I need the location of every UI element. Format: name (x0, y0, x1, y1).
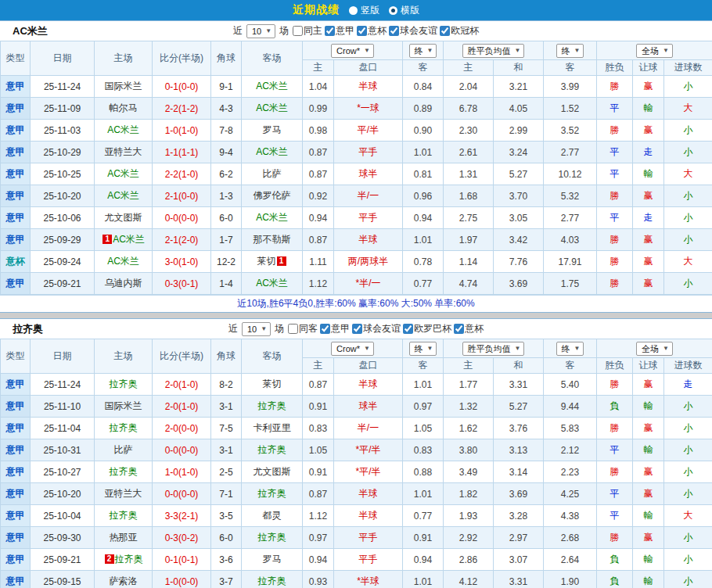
score-cell[interactable]: 2-2(1-2) (153, 98, 211, 120)
match-count-select[interactable]: 10▼ (242, 322, 271, 336)
team-name[interactable]: 罗马 (263, 554, 282, 565)
radio-icon[interactable] (389, 6, 397, 15)
checkbox-input[interactable] (325, 26, 335, 36)
europe-odds-select[interactable]: 胜平负均值▼ (462, 342, 525, 356)
team-name[interactable]: 莱切 (263, 378, 282, 389)
team-name[interactable]: 拉齐奥 (110, 422, 138, 433)
checkbox-input[interactable] (293, 26, 303, 36)
team-name[interactable]: 亚特兰大 (105, 488, 142, 499)
team-name[interactable]: 乌迪内斯 (105, 278, 142, 289)
league-type-cell[interactable]: 意甲 (1, 549, 31, 571)
score-cell[interactable]: 3-3(2-1) (153, 505, 211, 527)
filter-checkbox[interactable]: 意杯 (357, 24, 387, 38)
match-count-select[interactable]: 10▼ (246, 24, 275, 38)
team-name[interactable]: 萨索洛 (110, 575, 138, 586)
team-name[interactable]: 都灵 (263, 510, 282, 521)
team-name[interactable]: 国际米兰 (105, 400, 142, 411)
odds-final-select[interactable]: 终▼ (409, 44, 437, 58)
team-name[interactable]: AC米兰 (107, 256, 139, 267)
checkbox-input[interactable] (403, 324, 413, 334)
layout-option-vertical[interactable]: 竖版 (349, 4, 379, 17)
score-cell[interactable]: 2-2(1-0) (153, 163, 211, 185)
league-type-cell[interactable]: 意甲 (1, 98, 31, 120)
score-cell[interactable]: 1-1(1-1) (153, 142, 211, 163)
league-type-cell[interactable]: 意甲 (1, 185, 31, 207)
filter-checkbox[interactable]: 球会友谊 (389, 24, 437, 38)
score-cell[interactable]: 2-0(0-0) (153, 418, 211, 439)
team-name[interactable]: AC米兰 (256, 278, 288, 289)
team-name[interactable]: 莱切 (257, 256, 276, 267)
layout-option-horizontal[interactable]: 横版 (389, 4, 419, 17)
checkbox-input[interactable] (320, 324, 330, 334)
scope-select[interactable]: 全场▼ (636, 44, 673, 58)
score-cell[interactable]: 2-1(0-0) (153, 185, 211, 207)
checkbox-input[interactable] (454, 324, 464, 334)
team-name[interactable]: AC米兰 (256, 146, 288, 157)
score-cell[interactable]: 2-1(2-0) (153, 229, 211, 251)
filter-checkbox[interactable]: 球会友谊 (352, 322, 401, 335)
team-name[interactable]: AC米兰 (256, 81, 288, 91)
score-cell[interactable]: 2-0(1-0) (153, 396, 211, 418)
europe-final-select[interactable]: 终▼ (556, 342, 584, 356)
filter-checkbox[interactable]: 欧罗巴杯 (403, 322, 451, 335)
score-cell[interactable]: 0-0(0-0) (153, 483, 211, 505)
league-type-cell[interactable]: 意甲 (1, 163, 31, 185)
odds-provider-select[interactable]: Crow*▼ (331, 342, 374, 356)
team-name[interactable]: 帕尔马 (110, 102, 138, 113)
team-name[interactable]: 佛罗伦萨 (254, 190, 291, 201)
team-name[interactable]: 拉齐奥 (258, 400, 286, 411)
team-name[interactable]: 拉齐奥 (258, 444, 286, 455)
team-name[interactable]: 比萨 (114, 444, 133, 455)
league-type-cell[interactable]: 意甲 (1, 461, 31, 483)
league-type-cell[interactable]: 意甲 (1, 273, 31, 295)
europe-odds-select[interactable]: 胜平负均值▼ (462, 44, 525, 58)
team-name[interactable]: 卡利亚里 (254, 422, 291, 433)
checkbox-input[interactable] (288, 324, 298, 334)
filter-checkbox[interactable]: 意杯 (454, 322, 484, 335)
league-type-cell[interactable]: 意甲 (1, 120, 31, 142)
team-name[interactable]: AC米兰 (107, 168, 139, 179)
team-name[interactable]: 拉齐奥 (258, 532, 286, 543)
team-name[interactable]: 拉齐奥 (258, 575, 286, 586)
team-name[interactable]: 拉齐奥 (110, 378, 138, 389)
score-cell[interactable]: 3-0(1-0) (153, 251, 211, 273)
checkbox-input[interactable] (440, 26, 450, 36)
league-type-cell[interactable]: 意甲 (1, 76, 31, 98)
checkbox-input[interactable] (389, 26, 399, 36)
score-cell[interactable]: 0-1(0-1) (153, 549, 211, 571)
europe-final-select[interactable]: 终▼ (556, 44, 584, 58)
odds-final-select[interactable]: 终▼ (409, 342, 437, 356)
filter-checkbox[interactable]: 同主 (293, 24, 322, 38)
league-type-cell[interactable]: 意甲 (1, 207, 31, 229)
team-name[interactable]: 热那亚 (110, 532, 138, 543)
team-name[interactable]: 拉齐奥 (258, 488, 286, 499)
checkbox-input[interactable] (352, 324, 362, 334)
team-name[interactable]: 尤文图斯 (105, 212, 142, 223)
odds-provider-select[interactable]: Crow*▼ (331, 44, 374, 58)
league-type-cell[interactable]: 意甲 (1, 527, 31, 549)
team-name[interactable]: 罗马 (263, 124, 282, 135)
team-name[interactable]: 亚特兰大 (105, 146, 142, 157)
team-name[interactable]: 国际米兰 (105, 81, 142, 91)
team-name[interactable]: AC米兰 (113, 234, 145, 245)
league-type-cell[interactable]: 意甲 (1, 418, 31, 439)
score-cell[interactable]: 1-0(0-0) (153, 571, 211, 588)
league-type-cell[interactable]: 意甲 (1, 229, 31, 251)
league-type-cell[interactable]: 意甲 (1, 396, 31, 418)
radio-icon[interactable] (349, 6, 358, 15)
score-cell[interactable]: 0-1(0-0) (153, 76, 211, 98)
score-cell[interactable]: 2-0(1-0) (153, 374, 211, 396)
league-type-cell[interactable]: 意甲 (1, 505, 31, 527)
league-type-cell[interactable]: 意甲 (1, 374, 31, 396)
team-name[interactable]: AC米兰 (107, 190, 139, 201)
filter-checkbox[interactable]: 意甲 (325, 24, 354, 38)
team-name[interactable]: 拉齐奥 (110, 510, 138, 521)
team-name[interactable]: 拉齐奥 (110, 466, 138, 477)
filter-checkbox[interactable]: 欧冠杯 (440, 24, 479, 38)
scope-select[interactable]: 全场▼ (636, 342, 673, 356)
score-cell[interactable]: 0-0(0-0) (153, 439, 211, 461)
score-cell[interactable]: 0-3(0-2) (153, 527, 211, 549)
team-name[interactable]: AC米兰 (107, 124, 139, 135)
team-name[interactable]: 拉齐奥 (115, 554, 143, 565)
team-name[interactable]: AC米兰 (256, 212, 288, 223)
